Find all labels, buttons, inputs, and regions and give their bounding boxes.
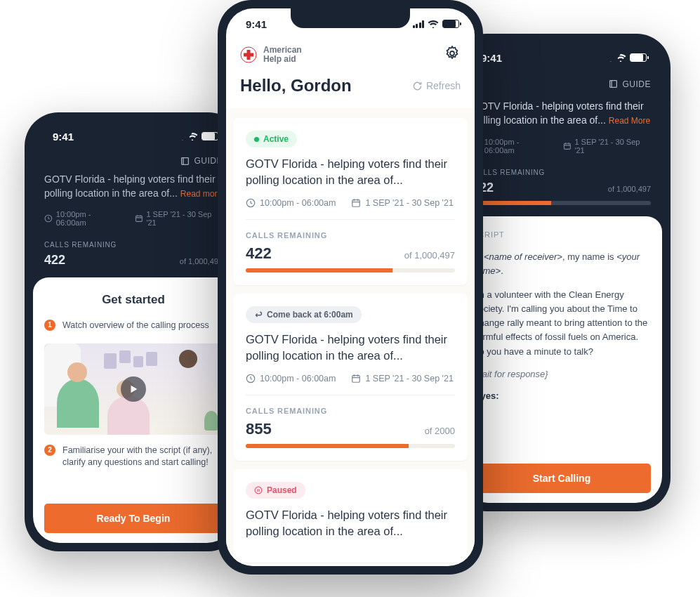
script-line-1: Hi <name of receiver>, my name is <your … — [473, 250, 651, 278]
calendar-icon — [351, 198, 361, 208]
svg-rect-11 — [352, 200, 360, 207]
settings-button[interactable] — [444, 45, 461, 65]
play-icon — [121, 376, 146, 402]
date-range: 1 SEP '21 - 30 Sep '21 — [563, 138, 651, 155]
read-more-link[interactable]: Read more — [180, 189, 222, 199]
time-range: 10:00pm - 06:00am — [246, 198, 336, 208]
script-label: SCRIPT — [473, 230, 651, 239]
progress-bar — [246, 268, 455, 273]
svg-rect-3 — [136, 216, 142, 222]
svg-rect-7 — [564, 143, 570, 149]
book-icon — [609, 79, 618, 88]
start-calling-button[interactable]: Start Calling — [473, 464, 651, 493]
guide-button[interactable]: GUIDE — [609, 79, 651, 89]
clock-icon — [44, 214, 53, 223]
step-number: 1 — [44, 320, 55, 331]
refresh-button[interactable]: Refresh — [412, 80, 461, 91]
campaign-card[interactable]: Active GOTV Florida - helping voters fin… — [233, 118, 468, 285]
calls-remaining-label: CALLS REMAINING — [246, 407, 455, 415]
campaign-title: GOTV Florida - helping voters find their… — [246, 156, 455, 188]
get-started-sheet: Get started 1 Watch overview of the call… — [33, 277, 234, 543]
brand: AmericanHelp aid — [240, 46, 302, 64]
overview-video-thumb[interactable] — [44, 343, 223, 435]
return-icon — [254, 310, 263, 319]
red-cross-icon — [240, 46, 257, 63]
step-1: 1 Watch overview of the calling process — [44, 320, 223, 332]
battery-icon — [442, 20, 459, 28]
guide-button[interactable]: GUIDE — [180, 156, 223, 166]
script-if-yes: If yes: — [473, 391, 651, 401]
wifi-icon — [428, 20, 439, 28]
sheet-title: Get started — [44, 293, 223, 307]
date-range: 1 SEP '21 - 30 Sep '21 — [351, 198, 453, 208]
clock-icon — [246, 374, 256, 383]
calls-remaining: CALLS REMAINING 422 of 1,000,497 — [33, 235, 234, 268]
time-range: 10:00pm - 06:00am — [246, 374, 336, 383]
progress-bar — [246, 444, 455, 448]
status-time: 9:41 — [246, 18, 267, 30]
campaign-card[interactable]: Come back at 6:00am GOTV Florida - helpi… — [233, 294, 468, 461]
step-2: 2 Familiarise your with the script (if a… — [44, 445, 223, 469]
time-range: 10:00pm - 06:00am — [473, 138, 550, 155]
active-dot-icon — [254, 137, 259, 142]
pause-icon — [254, 486, 263, 494]
time-range: 10:00pm - 06:00am — [44, 210, 122, 227]
campaign-title: GOTV Florida - helping voters find their… — [246, 332, 455, 364]
phone-left: 9:41 GUIDE GOTV Florida - helping voters… — [25, 112, 242, 551]
calls-remaining: CALLS REMAINING 422 of 1,000,497 — [461, 163, 662, 205]
battery-icon — [202, 132, 218, 140]
signal-icon — [413, 20, 425, 28]
date-range: 1 SEP '21 - 30 Sep '21 — [351, 374, 453, 383]
status-time: 9:41 — [481, 52, 502, 64]
script-sheet: SCRIPT Hi <name of receiver>, my name is… — [461, 216, 662, 503]
phone-right: 9:41 ‹ GUIDE GOTV Florida - helping vote… — [453, 34, 671, 511]
refresh-icon — [412, 81, 423, 91]
phone-center: 9:41 AmericanHelp aid Hello, Gordon — [218, 0, 483, 575]
status-pill-paused: Paused — [246, 482, 305, 499]
gear-icon — [444, 45, 461, 62]
calls-remaining-row: 855 of 2000 — [246, 420, 455, 438]
script-line-2: I'm a volunteer with the Clean Energy So… — [473, 288, 651, 359]
calls-remaining-row: 422 of 1,000,497 — [246, 244, 455, 263]
svg-rect-4 — [610, 81, 617, 88]
campaign-title: GOTV Florida - helping voters find their… — [246, 507, 455, 539]
step-number: 2 — [44, 445, 55, 456]
date-range: 1 SEP '21 - 30 Sep '21 — [135, 210, 223, 227]
book-icon — [180, 157, 190, 166]
calendar-icon — [351, 374, 361, 383]
status-time: 9:41 — [53, 131, 74, 143]
greeting: Hello, Gordon — [240, 76, 352, 96]
campaign-title: GOTV Florida - helping voters find their… — [33, 173, 234, 200]
campaign-card[interactable]: Paused GOTV Florida - helping voters fin… — [233, 469, 468, 562]
svg-rect-0 — [182, 157, 189, 164]
status-pill-active: Active — [246, 131, 297, 147]
clock-icon — [246, 198, 256, 208]
read-more-link[interactable]: Read More — [609, 116, 650, 126]
campaign-title: GOTV Florida - helping voters find their… — [461, 99, 662, 128]
battery-icon — [630, 53, 647, 62]
svg-point-14 — [255, 487, 262, 494]
svg-point-9 — [450, 51, 454, 55]
calendar-icon — [135, 214, 143, 223]
ready-to-begin-button[interactable]: Ready To Begin — [44, 504, 223, 533]
status-pill-comeback: Come back at 6:00am — [246, 306, 362, 323]
calls-remaining-label: CALLS REMAINING — [246, 231, 455, 240]
svg-rect-13 — [352, 376, 360, 383]
calendar-icon — [563, 142, 572, 150]
campaign-list[interactable]: Active GOTV Florida - helping voters fin… — [226, 108, 475, 564]
script-wait: {wait for response} — [473, 369, 651, 379]
